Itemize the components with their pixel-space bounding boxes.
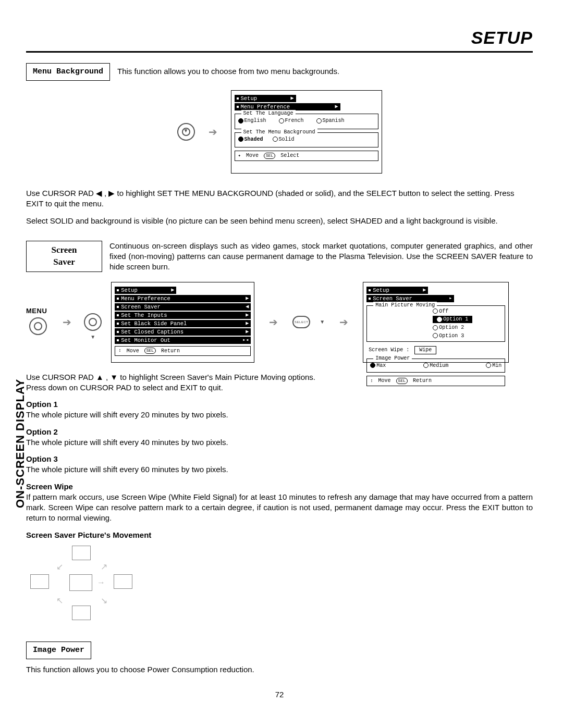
bg-shaded: Shaded: [244, 137, 263, 142]
diagram-arrow-icon: ↘: [101, 595, 107, 607]
radio-selected-icon: [238, 137, 243, 142]
arrows-icon: ✦: [238, 153, 241, 159]
select-button-icon: SELECT: [292, 316, 310, 328]
osd-footer: ↕ Move SEL Return: [366, 376, 505, 386]
osd-setup-menu: Setup▶ Menu Preference▶ Screen Saver◀ Se…: [111, 282, 254, 363]
osd-menu-item-label: Set Closed Captions: [121, 328, 183, 336]
osd-tab-menu-pref: Menu Preference▶: [235, 103, 340, 110]
osd-group-menu-bg-title: Set The Menu Background: [241, 129, 317, 136]
radio-icon: [279, 118, 284, 124]
option3-heading: Option 3: [26, 454, 58, 463]
osd-menu-item: Set The Inputs▶: [115, 312, 251, 319]
osd-group-menu-bg: Set The Menu Background Shaded Solid: [235, 132, 378, 148]
mpm-option2: Option 2: [439, 325, 464, 330]
footer-move: Move: [378, 377, 391, 385]
osd-menu-item: Set Black Side Panel▶: [115, 320, 251, 327]
diagram-box: [72, 606, 91, 620]
osd-tab-setup-label: Setup: [373, 287, 389, 294]
arrow-right-icon: ➔: [269, 315, 278, 329]
menu-bg-instructions: Use CURSOR PAD ◀ , ▶ to highlight SET TH…: [26, 188, 533, 226]
menu-background-row: Menu Background This function allows you…: [26, 63, 533, 81]
page: SETUP ON-SCREEN DISPLAY Menu Background …: [0, 0, 563, 716]
menu-background-osd-row: ➔ Setup▶ Menu Preference▶ Set The Langua…: [26, 90, 533, 174]
screen-wipe-text: If pattern mark occurs, use Screen Wipe …: [26, 492, 533, 523]
osd-menu-item: Set Closed Captions▶: [115, 328, 251, 336]
sel-pill-icon: SEL: [396, 378, 408, 384]
osd-language-options: English French Spanish: [238, 116, 375, 126]
osd-tab-setup-label: Setup: [121, 287, 138, 294]
ip-medium: Medium: [430, 363, 448, 368]
radio-selected-icon: [370, 363, 375, 368]
menu-background-intro: This function allows you to choose from …: [117, 63, 339, 77]
menu-bg-para2: Select SOLID and background is visible (…: [26, 216, 533, 226]
option2-heading: Option 2: [26, 427, 58, 436]
arrows-vert-icon: ↕: [370, 378, 373, 384]
diagram-box: [72, 546, 91, 560]
osd-menu-preference: Setup▶ Menu Preference▶ Set The Language…: [231, 90, 382, 174]
screen-saver-intro: Continuous on-screen displays such as vi…: [109, 241, 533, 273]
cursor-pad-dial: [177, 123, 195, 141]
footer-move: Move: [246, 152, 259, 159]
arrow-right-icon: ➔: [63, 315, 71, 329]
osd-menu-item-highlight: Screen Saver◀: [115, 303, 251, 311]
osd-footer: ↕ Move SEL Return: [115, 346, 251, 356]
arrow-right-icon: ➔: [209, 125, 217, 139]
option2-text: The whole picture will shift every 40 mi…: [26, 438, 228, 447]
diagram-box-center: [69, 574, 92, 591]
osd-tab-setup: Setup▶: [235, 95, 296, 102]
diagram-arrow-icon: ↗: [101, 561, 107, 573]
option3-text: The whole picture will shift every 60 mi…: [26, 465, 228, 474]
diagram-arrow-icon: →: [97, 577, 105, 588]
osd-group-language-title: Set The Language: [241, 110, 296, 117]
osd-group-language: Set The Language English French Spanish: [235, 114, 378, 129]
page-number: 72: [26, 689, 533, 700]
radio-icon: [433, 309, 438, 314]
mpm-off: Off: [439, 309, 448, 314]
radio-selected-icon: [238, 118, 243, 124]
osd-group-image-power: Image Power Max Medium Min: [366, 359, 505, 373]
option1-heading: Option 1: [26, 400, 58, 409]
image-power-options: Max Medium Min: [370, 361, 501, 371]
cursor-pad-icon: [177, 123, 195, 141]
diagram-box: [30, 574, 49, 589]
osd-group-main-picture-moving: Main Picture Moving Off Option 1 Option …: [366, 305, 505, 342]
osd-group-image-power-title: Image Power: [373, 355, 412, 362]
osd-tab-setup-label: Setup: [241, 95, 258, 102]
movement-diagram: ↙ ↗ → ↖ ↘: [30, 546, 129, 634]
diagram-arrow-icon: ↖: [56, 595, 63, 607]
image-power-text: This function allows you to choose Power…: [26, 664, 533, 675]
menu-bg-para1: Use CURSOR PAD ◀ , ▶ to highlight SET TH…: [26, 188, 533, 209]
mpm-option1: Option 1: [443, 316, 468, 323]
mpm-options: Off Option 1 Option 2 Option 3: [433, 308, 501, 340]
radio-icon: [486, 363, 491, 368]
radio-icon: [423, 363, 429, 368]
screen-saver-instructions: Use CURSOR PAD ▲ , ▼ to highlight Screen…: [26, 372, 533, 540]
sel-pill-icon: SEL: [144, 348, 156, 354]
lang-french: French: [285, 118, 304, 124]
arrow-right-icon: ➔: [339, 315, 348, 329]
osd-menu-item-label: Set The Inputs: [121, 312, 167, 319]
wipe-value-box: Wipe: [414, 346, 436, 354]
menu-dial-group: MENU ➔: [26, 306, 102, 338]
mpm-option3: Option 3: [439, 333, 464, 339]
sidebar-section-label: ON-SCREEN DISPLAY: [13, 379, 28, 508]
ip-min: Min: [492, 363, 501, 368]
osd-group-mpm-title: Main Picture Moving: [373, 302, 437, 309]
menu-dial-icon: [29, 317, 47, 335]
radio-icon: [316, 118, 322, 124]
arrows-vert-icon: ↕: [118, 348, 121, 354]
osd-screen-saver: Setup▶ Screen Saver▸ Main Picture Moving…: [363, 282, 509, 363]
osd-tab-menu-pref-label: Menu Preference: [241, 103, 290, 110]
radio-icon: [433, 325, 438, 330]
menu-background-label: Menu Background: [26, 63, 110, 81]
footer-return: Return: [413, 377, 432, 385]
lang-english: English: [244, 118, 266, 124]
sel-pill-icon: SEL: [264, 153, 275, 159]
screen-wipe-line: Screen Wipe : Wipe: [366, 345, 505, 355]
screen-wipe-heading: Screen Wipe: [26, 482, 73, 491]
menu-button-label: MENU: [26, 306, 47, 316]
section-header: SETUP: [26, 26, 533, 53]
ip-max: Max: [376, 363, 386, 368]
osd-tab-screen-saver: Screen Saver▸: [366, 295, 454, 302]
screen-wipe-label: Screen Wipe :: [369, 347, 409, 353]
